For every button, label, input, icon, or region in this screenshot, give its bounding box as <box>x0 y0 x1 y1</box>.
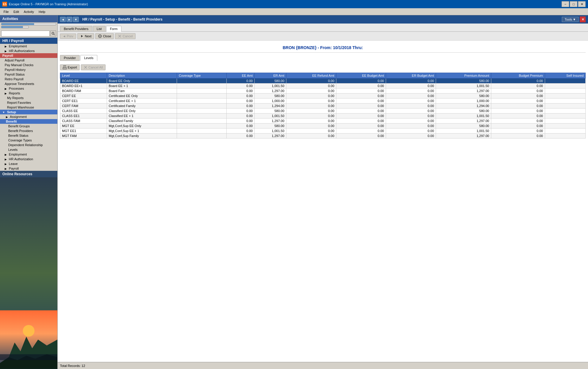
nav-back-button[interactable]: ◄ <box>60 17 66 22</box>
table-row[interactable]: CERT EE1Certificated EE + 10.001,000.000… <box>60 98 586 103</box>
table-cell: 0.00 <box>491 108 545 113</box>
table-cell: 0.00 <box>226 79 255 84</box>
prev-button[interactable]: ◄ Prev <box>60 34 76 39</box>
export-button[interactable]: Export <box>60 64 80 70</box>
maximize-button[interactable]: □ <box>570 1 577 7</box>
table-cell: 0.00 <box>286 79 336 84</box>
provider-tab-levels[interactable]: Levels <box>80 55 97 61</box>
table-cell: 0.00 <box>386 84 436 89</box>
table-row[interactable]: MGT EEMgt,Conf,Sup EE Only0.00580.000.00… <box>60 123 586 128</box>
table-row[interactable]: CLASS EE1Classified EE + 10.001,001.500.… <box>60 113 586 118</box>
nav-down-button[interactable]: ▼ <box>73 17 79 22</box>
sidebar-my-reports[interactable]: My Reports <box>0 96 57 100</box>
menu-file[interactable]: File <box>1 9 11 14</box>
sidebar-search-button[interactable] <box>50 31 56 36</box>
table-cell: 0.00 <box>336 93 386 98</box>
sidebar-processes[interactable]: ▶ Processes <box>0 86 57 91</box>
sidebar-item-hr-authorizations[interactable]: ▶ HR Authorizations <box>0 49 57 53</box>
table-cell: 0.00 <box>386 89 436 93</box>
sidebar-reports[interactable]: ▶ Reports <box>0 91 57 96</box>
menu-activity[interactable]: Activity <box>21 9 36 14</box>
sidebar-report-warehouse[interactable]: Report Warehouse <box>0 105 57 110</box>
table-cell: Mgt,Conf,Sup Family <box>107 133 177 138</box>
table-cell <box>545 113 585 118</box>
levels-table: Level Description Coverage Type EE Amt E… <box>60 73 586 138</box>
sidebar-leave[interactable]: ▶ Leave <box>0 161 57 166</box>
minimize-button[interactable]: − <box>562 1 569 7</box>
table-row[interactable]: CERT EECertificated EE Only0.00580.000.0… <box>60 93 586 98</box>
sidebar-search-input[interactable] <box>1 31 50 36</box>
sidebar-dependent-relationship[interactable]: Dependent Relationship <box>0 143 57 147</box>
table-cell: 1,297.00 <box>255 133 286 138</box>
table-cell <box>545 93 585 98</box>
sidebar-report-favorites[interactable]: Report Favorites <box>0 100 57 105</box>
sidebar-setup-section[interactable]: ▼ Setup <box>0 110 57 114</box>
sidebar-item-employment[interactable]: ▶ Employment <box>0 44 57 49</box>
sidebar-benefit-groups[interactable]: Benefit Groups <box>0 124 57 128</box>
table-cell: 0.00 <box>336 128 386 133</box>
nav-forward-button[interactable]: ► <box>66 17 72 22</box>
table-cell: 0.00 <box>286 98 336 103</box>
table-cell: 0.00 <box>226 108 255 113</box>
tools-button[interactable]: Tools ▼ <box>562 17 579 22</box>
sidebar-payroll2[interactable]: ▶ Payroll <box>0 166 57 171</box>
sidebar-levels[interactable]: Levels <box>0 147 57 152</box>
sidebar-retro-payroll[interactable]: Retro Payroll <box>0 77 57 81</box>
table-row[interactable]: CLASS FAMClassified Family0.001,297.000.… <box>60 118 586 123</box>
table-cell: 580.00 <box>436 93 491 98</box>
sidebar-pay-manual-checks[interactable]: Pay Manual Checks <box>0 63 57 67</box>
sidebar-payroll-section[interactable]: Payroll <box>0 53 57 58</box>
table-cell: Certificated EE + 1 <box>107 98 177 103</box>
table-cell <box>177 108 226 113</box>
table-cell: 0.00 <box>336 118 386 123</box>
sidebar-assignment[interactable]: ▶ Assignment <box>0 114 57 119</box>
table-row[interactable]: CLASS EEClassified EE Only0.00580.000.00… <box>60 108 586 113</box>
close-window-button[interactable]: ✕ <box>578 1 586 7</box>
table-cell <box>545 79 585 84</box>
sidebar-payroll-history[interactable]: Payroll History <box>0 67 57 72</box>
tab-form[interactable]: Form <box>106 26 121 32</box>
cancel-button[interactable]: Cancel <box>115 33 135 39</box>
sidebar-coverage-types[interactable]: Coverage Types <box>0 138 57 143</box>
table-cell: 1,001.50 <box>436 113 491 118</box>
action-bar: ◄ Prev Next Close Cancel <box>58 32 588 41</box>
svg-text:E5: E5 <box>3 3 7 6</box>
sidebar-benefit-status[interactable]: Benefit Status <box>0 133 57 138</box>
sidebar-employment2[interactable]: ▶ Employment <box>0 152 57 157</box>
table-cell: 0.00 <box>386 98 436 103</box>
table-cell <box>177 89 226 93</box>
sidebar-payroll-status[interactable]: Payroll Status <box>0 72 57 77</box>
menu-edit[interactable]: Edit <box>11 9 21 14</box>
table-row[interactable]: MGT EE1Mgt,Conf,Sup EE + 10.001,001.500.… <box>60 128 586 133</box>
next-icon <box>80 34 84 38</box>
table-cell: Board Fam <box>107 89 177 93</box>
close-button[interactable]: Close <box>95 33 114 39</box>
table-cell <box>177 133 226 138</box>
tab-list[interactable]: List <box>93 26 106 31</box>
sidebar-adjust-payroll[interactable]: Adjust Payroll <box>0 58 57 63</box>
table-cell: 580.00 <box>255 93 286 98</box>
table-cell: MGT EE <box>60 123 107 128</box>
sidebar-benefit-section[interactable]: Benefit <box>0 119 57 124</box>
table-cell: 0.00 <box>226 93 255 98</box>
table-cell: Board EE + 1 <box>107 84 177 89</box>
table-row[interactable]: BOARD EE+1Board EE + 10.001,001.500.000.… <box>60 84 586 89</box>
next-button[interactable]: Next <box>77 33 94 39</box>
prev-icon: ◄ <box>63 34 66 38</box>
sidebar-hr-authorization2[interactable]: ▶ HR Authorization <box>0 157 57 161</box>
tab-benefit-providers[interactable]: Benefit Providers <box>60 26 92 31</box>
menu-help[interactable]: Help <box>36 9 48 14</box>
table-row[interactable]: CERT FAMCertificated Family0.001,294.000… <box>60 103 586 108</box>
table-row[interactable]: BOARD FAMBoard Fam0.001,297.000.000.000.… <box>60 89 586 93</box>
sidebar-approve-timesheets[interactable]: Approve Timesheets <box>0 81 57 86</box>
provider-tab-provider[interactable]: Provider <box>60 55 80 61</box>
cancel-all-button[interactable]: Cancel All <box>81 64 106 70</box>
table-cell: 1,000.00 <box>255 98 286 103</box>
table-cell: 0.00 <box>286 133 336 138</box>
toolbar-close-button[interactable]: ✕ <box>580 16 586 22</box>
table-cell: 0.00 <box>226 123 255 128</box>
table-row[interactable]: MGT FAMMgt,Conf,Sup Family0.001,297.000.… <box>60 133 586 138</box>
table-cell <box>177 113 226 118</box>
sidebar-benefit-providers[interactable]: Benefit Providers <box>0 128 57 133</box>
table-row[interactable]: BOARD EEBoard EE Only0.00580.000.000.000… <box>60 79 586 84</box>
